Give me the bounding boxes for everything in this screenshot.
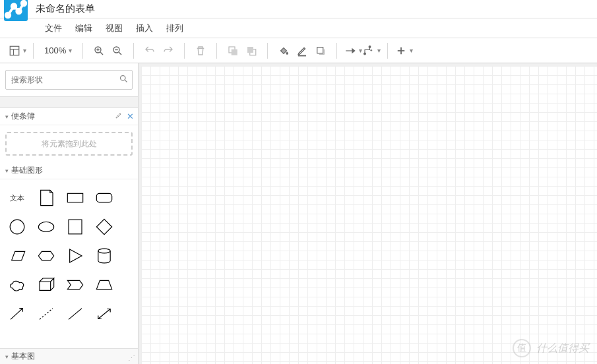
title-bar: 未命名的表单 <box>0 0 597 18</box>
resize-handle-icon[interactable]: ⋰ <box>128 354 135 363</box>
shape-circle[interactable] <box>3 212 32 241</box>
scratchpad-drop-zone[interactable]: 将元素拖到此处 <box>5 132 133 156</box>
svg-point-22 <box>369 46 371 47</box>
canvas-grid[interactable] <box>141 66 597 364</box>
shape-dashed-line[interactable] <box>32 299 61 328</box>
svg-rect-31 <box>69 220 82 234</box>
shape-ellipse[interactable] <box>32 212 61 241</box>
collapse-icon: ▾ <box>5 353 9 360</box>
svg-rect-4 <box>10 46 19 55</box>
collapse-icon: ▾ <box>5 167 9 174</box>
menu-bar: 文件 编辑 视图 插入 排列 <box>0 18 597 38</box>
redo-button[interactable] <box>159 42 177 60</box>
panel-scratchpad-header[interactable]: ▾ 便条簿 ✕ <box>0 108 138 125</box>
svg-point-3 <box>22 1 26 5</box>
connection-style-button[interactable]: ▾ <box>344 42 362 60</box>
svg-rect-19 <box>317 47 323 53</box>
shape-text[interactable]: 文本 <box>3 183 32 212</box>
shape-hexagon[interactable] <box>32 241 61 270</box>
shape-note[interactable] <box>32 183 61 212</box>
svg-rect-17 <box>247 47 253 53</box>
svg-point-2 <box>16 9 21 13</box>
svg-rect-15 <box>232 49 237 55</box>
delete-button[interactable] <box>191 42 210 60</box>
fill-color-button[interactable] <box>274 42 293 60</box>
insert-button[interactable]: ▾ <box>394 42 413 60</box>
svg-point-1 <box>12 4 16 9</box>
search-shapes-input[interactable] <box>5 70 133 90</box>
watermark-badge: 值 <box>513 339 531 357</box>
to-front-button[interactable] <box>224 42 242 60</box>
shape-cylinder[interactable] <box>90 241 119 270</box>
svg-point-30 <box>38 222 53 232</box>
shape-step[interactable] <box>61 270 90 299</box>
svg-line-35 <box>69 309 82 320</box>
panel-basic-shapes-title: 基础图形 <box>11 165 43 176</box>
svg-line-34 <box>40 309 53 320</box>
app-logo-icon <box>4 0 28 21</box>
menu-insert[interactable]: 插入 <box>129 20 160 37</box>
drop-hint-text: 将元素拖到此处 <box>42 138 97 150</box>
watermark: 值 什么值得买 <box>513 339 589 357</box>
shape-diamond[interactable] <box>90 212 119 241</box>
shape-cloud[interactable] <box>3 270 32 299</box>
menu-view[interactable]: 视图 <box>99 20 129 37</box>
shape-rounded-rectangle[interactable] <box>90 183 119 212</box>
zoom-select[interactable]: 100%▾ <box>40 42 76 60</box>
shape-bidirectional-arrow[interactable] <box>90 299 119 328</box>
layout-panel-button[interactable]: ▾ <box>8 42 26 60</box>
shape-arrow-line[interactable] <box>3 299 32 328</box>
menu-arrange[interactable]: 排列 <box>160 20 190 37</box>
canvas-area[interactable]: 值 什么值得买 <box>139 63 597 364</box>
edit-icon[interactable] <box>115 111 123 121</box>
waypoints-button[interactable]: ▾ <box>362 42 381 60</box>
line-color-button[interactable] <box>293 42 311 60</box>
svg-point-0 <box>6 13 11 17</box>
menu-file[interactable]: 文件 <box>38 20 69 37</box>
zoom-value: 100% <box>44 46 66 55</box>
shape-rectangle[interactable] <box>61 183 90 212</box>
collapse-icon: ▾ <box>5 113 9 120</box>
shape-cube[interactable] <box>32 270 61 299</box>
panel-basic-shapes-header[interactable]: ▾ 基础图形 <box>0 162 138 179</box>
panel-basic-title: 基本图 <box>11 351 35 362</box>
search-icon <box>119 74 129 86</box>
shape-line[interactable] <box>61 299 90 328</box>
to-back-button[interactable] <box>242 42 261 60</box>
shapes-sidebar: ▾ 便条簿 ✕ 将元素拖到此处 ▾ 基础图形 文本 <box>0 63 139 364</box>
shape-square[interactable] <box>61 212 90 241</box>
svg-point-25 <box>121 76 126 81</box>
shape-trapezoid[interactable] <box>90 270 119 299</box>
zoom-in-button[interactable] <box>90 42 108 60</box>
svg-line-26 <box>125 80 127 82</box>
basic-shapes-grid: 文本 <box>0 179 138 332</box>
shape-triangle[interactable] <box>61 241 90 270</box>
watermark-text: 什么值得买 <box>536 342 589 355</box>
svg-line-36 <box>98 309 110 319</box>
document-title[interactable]: 未命名的表单 <box>36 3 95 15</box>
menu-edit[interactable]: 编辑 <box>69 20 99 37</box>
svg-rect-27 <box>67 193 82 202</box>
svg-point-29 <box>10 220 24 234</box>
zoom-out-button[interactable] <box>108 42 127 60</box>
svg-line-33 <box>11 309 22 320</box>
panel-basic-header[interactable]: ▾ 基本图 ⋰ <box>0 348 138 364</box>
svg-line-8 <box>101 52 104 55</box>
svg-point-21 <box>363 53 365 55</box>
undo-button[interactable] <box>141 42 159 60</box>
svg-line-12 <box>119 52 122 55</box>
toolbar: ▾ 100%▾ <box>0 38 597 63</box>
svg-rect-28 <box>96 193 111 202</box>
shape-parallelogram[interactable] <box>3 241 32 270</box>
shadow-button[interactable] <box>311 42 330 60</box>
close-icon[interactable]: ✕ <box>127 111 134 121</box>
panel-scratchpad-title: 便条簿 <box>11 111 35 122</box>
svg-point-32 <box>98 249 110 253</box>
